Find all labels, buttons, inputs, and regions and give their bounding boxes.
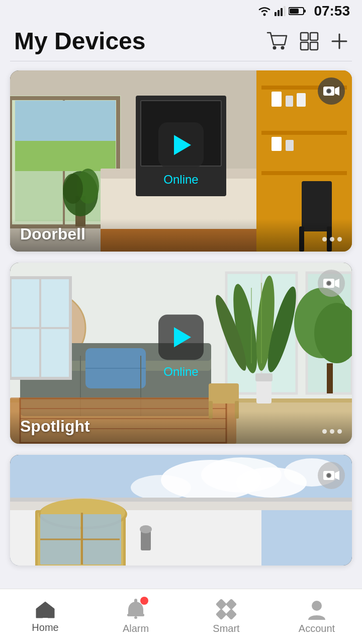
svg-rect-74 [255, 373, 273, 381]
grid-button[interactable] [300, 32, 319, 51]
doorbell-record-icon[interactable] [318, 77, 345, 105]
header: My Devices [0, 22, 362, 61]
status-icons [257, 6, 306, 16]
svg-point-10 [281, 46, 285, 49]
home-icon-wrap [35, 600, 56, 619]
nav-item-account[interactable]: Account [272, 589, 362, 644]
svg-point-52 [327, 90, 330, 93]
outdoor-camera-feed [10, 455, 352, 566]
svg-rect-91 [327, 363, 333, 393]
svg-rect-2 [275, 12, 277, 16]
svg-marker-93 [335, 279, 339, 288]
dot3 [337, 237, 342, 242]
svg-rect-32 [261, 171, 347, 175]
svg-point-9 [273, 46, 277, 49]
svg-point-1 [263, 14, 266, 16]
svg-marker-50 [335, 87, 339, 96]
svg-rect-11 [301, 33, 308, 40]
doorbell-play-wrap: Online [158, 122, 204, 187]
smart-nav-label: Smart [213, 623, 239, 634]
play-triangle-icon [174, 135, 191, 155]
grid-icon [300, 32, 319, 51]
doorbell-status: Online [163, 173, 198, 187]
svg-rect-124 [226, 599, 237, 610]
svg-rect-7 [304, 10, 306, 13]
svg-rect-4 [281, 8, 283, 16]
spotlight-more-button[interactable] [322, 429, 342, 436]
record-camera-icon [323, 85, 339, 98]
header-actions [266, 32, 348, 51]
svg-point-95 [327, 282, 330, 285]
spotlight-play-wrap: Online [158, 314, 204, 379]
cart-button[interactable] [266, 32, 288, 51]
sdot3 [337, 429, 342, 434]
spotlight-record-icon[interactable] [318, 270, 345, 297]
svg-rect-8 [290, 9, 299, 14]
svg-rect-33 [272, 92, 282, 107]
add-icon [331, 33, 348, 50]
svg-rect-14 [310, 42, 318, 50]
nav-item-home[interactable]: Home [0, 589, 90, 644]
svg-rect-13 [301, 42, 308, 50]
svg-rect-120 [127, 614, 144, 616]
svg-rect-37 [286, 140, 294, 151]
svg-point-127 [312, 601, 322, 611]
svg-rect-123 [216, 599, 227, 610]
spotlight-card-bottom: Spotlight [10, 411, 352, 444]
svg-rect-23 [15, 101, 116, 141]
battery-icon [289, 7, 306, 16]
doorbell-play-button[interactable] [158, 122, 204, 168]
nav-item-alarm[interactable]: Alarm [90, 589, 181, 644]
device-card-outdoor[interactable] [10, 455, 352, 566]
record-camera-icon3 [323, 469, 339, 482]
play-triangle-icon2 [174, 327, 191, 347]
device-card-spotlight[interactable]: Online Spotlight [10, 263, 352, 444]
svg-rect-122 [134, 599, 137, 603]
device-card-doorbell[interactable]: Online Doorbell [10, 70, 352, 252]
svg-rect-3 [278, 10, 280, 16]
device-list: Online Doorbell [0, 61, 362, 575]
svg-point-118 [327, 474, 330, 477]
dot2 [330, 237, 334, 242]
account-nav-label: Account [299, 623, 335, 634]
add-button[interactable] [331, 33, 348, 50]
smart-icon [216, 599, 237, 620]
doorbell-name: Doorbell [20, 225, 85, 244]
svg-rect-86 [209, 383, 239, 404]
svg-rect-34 [286, 96, 293, 107]
svg-marker-116 [335, 471, 339, 480]
spotlight-status: Online [163, 365, 198, 379]
wifi-icon [257, 6, 272, 16]
svg-rect-31 [261, 131, 347, 135]
svg-point-100 [131, 475, 191, 500]
spotlight-name: Spotlight [20, 417, 90, 436]
svg-rect-126 [226, 609, 237, 620]
svg-rect-35 [297, 93, 306, 107]
svg-rect-5 [284, 6, 286, 16]
svg-rect-121 [134, 616, 137, 619]
sdot1 [322, 429, 327, 434]
alarm-notification-dot [140, 597, 148, 605]
doorbell-more-button[interactable] [322, 237, 342, 244]
outdoor-record-icon[interactable] [318, 462, 345, 489]
svg-rect-73 [256, 378, 272, 404]
svg-point-114 [140, 525, 152, 533]
home-icon [35, 600, 56, 619]
status-time: 07:53 [314, 3, 350, 19]
signal-icon [275, 6, 286, 16]
dot1 [322, 237, 327, 242]
record-camera-icon2 [323, 277, 339, 290]
svg-rect-12 [310, 33, 318, 40]
svg-rect-36 [272, 137, 282, 151]
account-icon [307, 599, 326, 620]
account-icon-wrap [307, 599, 326, 620]
spotlight-play-button[interactable] [158, 314, 204, 360]
smart-icon-wrap [216, 599, 237, 620]
home-nav-label: Home [32, 622, 58, 633]
cart-icon [266, 32, 288, 51]
svg-point-48 [63, 174, 83, 204]
alarm-nav-label: Alarm [123, 623, 149, 634]
svg-rect-119 [43, 613, 48, 618]
nav-item-smart[interactable]: Smart [181, 589, 272, 644]
doorbell-card-bottom: Doorbell [10, 219, 352, 252]
